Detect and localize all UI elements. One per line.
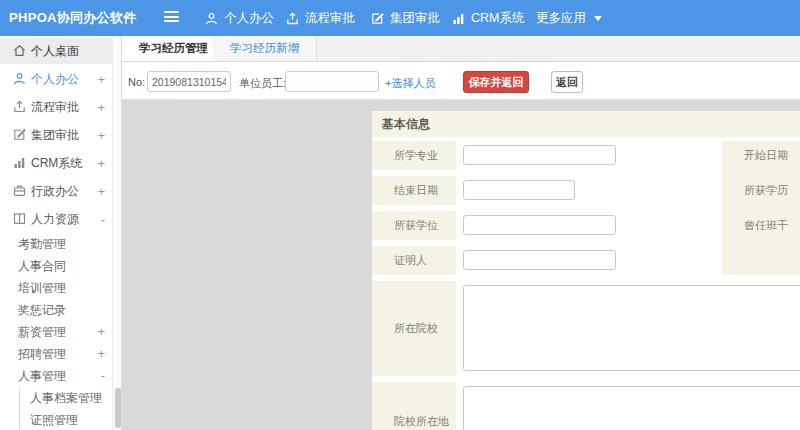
nav-item-label: 流程审批: [305, 10, 355, 27]
expand-plus-icon[interactable]: +: [97, 184, 105, 199]
subitem-label: 薪资管理: [18, 322, 66, 342]
expand-plus-icon[interactable]: +: [97, 128, 105, 143]
degree-input[interactable]: [463, 215, 616, 235]
sidebar-subitem-certificates[interactable]: 证照管理: [0, 410, 112, 430]
expand-minus-icon[interactable]: -: [101, 366, 105, 386]
select-person-link[interactable]: +选择人员: [385, 76, 435, 91]
sidebar-item-workflow-approval[interactable]: 流程审批 +: [0, 94, 112, 120]
nav-item-label: 个人办公: [224, 10, 274, 27]
subitem-label: 证照管理: [30, 410, 78, 430]
sidebar-item-personal-desktop[interactable]: 个人桌面: [0, 38, 112, 64]
subitem-label: 人事管理: [18, 366, 66, 386]
tab-label: 学习经历管理: [139, 42, 208, 54]
field-label-end-date: 结束日期: [372, 176, 456, 205]
subitem-label: 人事档案管理: [30, 388, 102, 408]
subitem-label: 奖惩记录: [18, 300, 66, 320]
expand-plus-icon[interactable]: +: [97, 156, 105, 171]
expand-plus-icon[interactable]: +: [97, 344, 105, 364]
field-label-reference: 证明人: [372, 246, 456, 275]
end-date-input[interactable]: [463, 180, 575, 200]
sidebar-item-label: 个人办公: [31, 71, 79, 88]
expand-plus-icon[interactable]: +: [97, 100, 105, 115]
top-navbar: PHPOA协同办公软件 个人办公 流程审批 集团审批 CRM系统 更多应用: [0, 0, 800, 36]
sidebar-item-label: 流程审批: [31, 99, 79, 116]
bar-chart-icon: [13, 156, 26, 169]
sidebar-subitem-hr-contract[interactable]: 人事合同: [0, 256, 112, 276]
edit-icon: [371, 12, 384, 25]
sidebar-item-group-approval[interactable]: 集团审批 +: [0, 122, 112, 148]
back-button[interactable]: 返回: [551, 71, 583, 93]
no-label: No:: [128, 76, 145, 88]
book-icon: [13, 212, 26, 225]
sidebar-item-admin-office[interactable]: 行政办公 +: [0, 178, 112, 204]
sidebar-item-label: 人力资源: [31, 211, 79, 228]
sidebar-subitem-training[interactable]: 培训管理: [0, 278, 112, 298]
sidebar-subitem-recruitment[interactable]: 招聘管理+: [0, 344, 112, 364]
reference-input[interactable]: [463, 250, 616, 270]
sidebar-item-label: 个人桌面: [31, 43, 79, 60]
scrollbar-thumb[interactable]: [115, 388, 121, 428]
user-icon: [205, 12, 218, 25]
basic-info-panel: 基本信息 所学专业 结束日期 所获学位 证明人 开始日期 所获学历 曾任班干 所…: [372, 111, 800, 430]
expand-plus-icon[interactable]: +: [97, 72, 105, 87]
subitem-label: 培训管理: [18, 278, 66, 298]
nav-item-more-apps[interactable]: 更多应用: [536, 0, 602, 36]
home-icon: [13, 44, 26, 57]
briefcase-icon: [13, 184, 26, 197]
section-title: 基本信息: [372, 111, 800, 137]
tab-study-history-manage[interactable]: 学习经历管理: [122, 36, 226, 61]
user-icon: [13, 72, 26, 85]
nav-item-label: CRM系统: [471, 10, 524, 27]
sidebar-item-label: 集团审批: [31, 127, 79, 144]
subitem-label: 考勤管理: [18, 234, 66, 254]
field-label-degree: 所获学位: [372, 211, 456, 240]
sidebar-item-label: 行政办公: [31, 183, 79, 200]
right-label-column: 开始日期 所获学历 曾任班干: [722, 141, 800, 275]
sidebar-subitem-rewards[interactable]: 奖惩记录: [0, 300, 112, 320]
employee-input[interactable]: [285, 71, 379, 92]
subitem-label: 人事合同: [18, 256, 66, 276]
subitem-label: 招聘管理: [18, 344, 66, 364]
major-input[interactable]: [463, 145, 616, 165]
sidebar: 个人桌面 个人办公 + 流程审批 + 集团审批 + CRM系统 + 行政办公 +: [0, 36, 112, 430]
nav-item-personal-office[interactable]: 个人办公: [205, 0, 274, 36]
sidebar-subitem-personnel-mgmt[interactable]: 人事管理-: [0, 366, 112, 386]
field-label-major: 所学专业: [372, 141, 456, 170]
hamburger-menu-icon[interactable]: [164, 11, 179, 24]
bar-chart-icon: [452, 12, 465, 25]
expand-plus-icon[interactable]: +: [97, 322, 105, 342]
employee-label: 单位员工:: [239, 76, 286, 91]
tab-bar: 学习经历管理 学习经历新增: [122, 36, 800, 62]
field-label-school-location: 院校所在地: [372, 382, 456, 430]
edit-icon: [13, 128, 26, 141]
sidebar-subitem-personnel-files[interactable]: 人事档案管理: [0, 388, 112, 408]
tab-study-history-new[interactable]: 学习经历新增: [213, 36, 317, 61]
sidebar-subitem-attendance[interactable]: 考勤管理: [0, 234, 112, 254]
tab-label: 学习经历新增: [230, 42, 299, 54]
expand-minus-icon[interactable]: -: [101, 212, 105, 227]
sidebar-item-crm-system[interactable]: CRM系统 +: [0, 150, 112, 176]
school-location-textarea[interactable]: [463, 386, 800, 430]
field-label-education: 所获学历: [744, 176, 788, 205]
field-label-school: 所在院校: [372, 281, 456, 376]
nav-item-label: 集团审批: [390, 10, 440, 27]
save-and-return-button[interactable]: 保存并返回: [463, 71, 529, 93]
sidebar-scrollbar[interactable]: [112, 36, 122, 430]
sidebar-item-label: CRM系统: [31, 155, 82, 172]
sidebar-item-personal-office[interactable]: 个人办公 +: [0, 66, 112, 92]
no-input[interactable]: [147, 71, 231, 92]
form-toolbar: No: 单位员工: +选择人员 保存并返回 返回: [122, 63, 800, 100]
nav-item-label: 更多应用: [536, 10, 586, 27]
school-textarea[interactable]: [463, 285, 800, 371]
sidebar-subitem-salary[interactable]: 薪资管理+: [0, 322, 112, 342]
nav-item-group-approval[interactable]: 集团审批: [371, 0, 440, 36]
nav-item-crm-system[interactable]: CRM系统: [452, 0, 524, 36]
sidebar-item-human-resources[interactable]: 人力资源 -: [0, 206, 112, 232]
caret-down-icon: [594, 16, 602, 21]
field-label-start-date: 开始日期: [744, 141, 788, 170]
nav-item-workflow-approval[interactable]: 流程审批: [286, 0, 355, 36]
share-up-icon: [13, 100, 26, 113]
app-logo: PHPOA协同办公软件: [9, 0, 137, 36]
app-window: PHPOA协同办公软件 个人办公 流程审批 集团审批 CRM系统 更多应用 个人…: [0, 0, 800, 430]
field-label-class-cadre: 曾任班干: [744, 211, 788, 240]
